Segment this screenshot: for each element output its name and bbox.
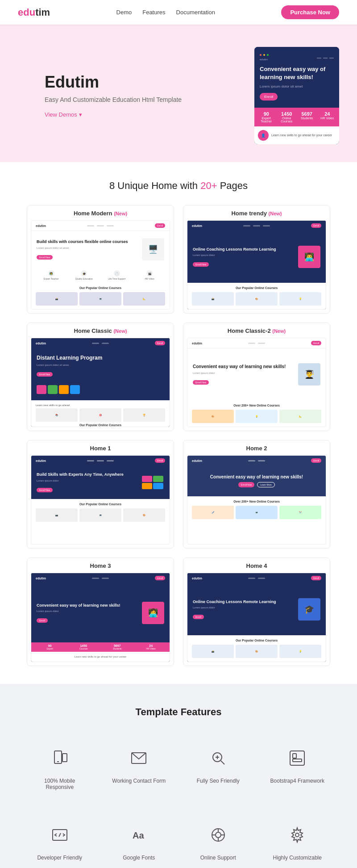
demo-preview-modern[interactable]: edutim Enroll Build skills with courses … (31, 220, 170, 310)
svg-rect-8 (290, 751, 304, 765)
feature-bootstrap: Bootstrap4 Framework (265, 736, 331, 799)
demo-preview-classic2[interactable]: edutim Enroll Convenient easy way of lea… (187, 338, 326, 427)
svg-line-5 (221, 761, 224, 764)
mobile-responsive-icon (46, 745, 73, 772)
hero-bottom-text: Learn new skills to go ahead for your ca… (271, 133, 332, 138)
hero-preview-heading: Convenient easy way of learning new skil… (260, 65, 334, 81)
feature-support-label: Online Support (190, 855, 247, 861)
developer-icon (46, 822, 73, 848)
demo-card-trendy: Home trendy (New) edutim Enroll Online C… (183, 205, 330, 314)
demo-card-classic2: Home Classic-2 (New) edutim Enroll Conve… (183, 323, 330, 431)
feature-fonts-label: Google Fonts (111, 855, 168, 861)
feature-support: Online Support (185, 813, 251, 868)
nav-link-features[interactable]: Features (142, 9, 165, 16)
demo-preview-home3[interactable]: edutim Enroll Convenient easy way of lea… (31, 573, 170, 662)
feature-mobile: 100% Mobile Responsive (27, 736, 93, 799)
feature-contact-label: Working Contact Form (111, 778, 168, 784)
avatar: 👤 (258, 130, 269, 141)
demo-preview-home2[interactable]: edutim Enroll Convenient easy way of lea… (187, 455, 326, 545)
demo-title-home4: Home 4 (183, 558, 330, 573)
hero-text: Edutim Easy And Customizable Education H… (45, 73, 237, 118)
svg-point-15 (216, 832, 221, 838)
template-features-section: Template Features 100% Mobile Responsive… (0, 684, 357, 868)
google-fonts-icon: Aa (125, 822, 152, 848)
preview-nav: edutim Enroll (31, 221, 170, 231)
demos-section-title: 8 Unique Home with 20+ Pages (0, 162, 357, 205)
view-demos-link[interactable]: View Demos ▾ (45, 111, 82, 118)
unique-suffix: Pages (217, 180, 248, 191)
svg-point-20 (295, 833, 299, 837)
demo-card-classic: Home Classic (New) edutim Enroll Distant… (27, 323, 174, 431)
svg-rect-10 (293, 759, 302, 762)
hero-preview-top: edutim Convenient easy way of learning n… (254, 47, 339, 108)
customizable-icon (284, 822, 311, 848)
bootstrap-icon (284, 745, 311, 772)
feature-seo-label: Fully Seo Friendly (190, 778, 247, 784)
contact-form-icon (125, 745, 152, 772)
demo-card-home4: Home 4 edutim Enroll Online Coaching Les… (183, 558, 330, 666)
features-grid: 100% Mobile Responsive Working Contact F… (27, 736, 330, 868)
demo-title-classic2: Home Classic-2 (New) (183, 323, 330, 338)
demo-title-trendy: Home trendy (New) (183, 205, 330, 220)
feature-mobile-label: 100% Mobile Responsive (31, 778, 88, 790)
demo-card-modern: Home Modern (New) edutim Enroll Build sk… (27, 205, 174, 314)
demo-preview-trendy[interactable]: edutim Enroll Online Coaching Lessons Re… (187, 220, 326, 310)
demos-grid: Home Modern (New) edutim Enroll Build sk… (0, 205, 357, 684)
feature-customizable: Highly Customizable (265, 813, 331, 868)
hero-stat-students: 5697 Students (297, 111, 317, 123)
feature-bootstrap-label: Bootstrap4 Framework (269, 778, 326, 784)
feature-developer: Developer Friendly (27, 813, 93, 868)
hero-title: Edutim (45, 73, 237, 92)
demo-preview-home1[interactable]: edutim Enroll Build Skills with Experts … (31, 455, 170, 545)
hero-stat-teachers: 90 Expert Teacher (256, 111, 277, 123)
demo-title-classic: Home Classic (New) (27, 323, 174, 338)
logo: edutim (18, 7, 50, 18)
unique-prefix: 8 Unique Home with (109, 180, 200, 191)
svg-rect-9 (293, 754, 296, 758)
nav-link-documentation[interactable]: Documentation (176, 9, 215, 16)
hero-stat-courses: 1450 Online Courses (277, 111, 297, 123)
feature-seo: Fully Seo Friendly (185, 736, 251, 799)
preview-nav-dark: edutim Enroll (187, 221, 326, 231)
template-features-title: Template Features (27, 706, 330, 718)
svg-line-12 (59, 833, 61, 837)
hero-preview-desc: Lorem ipsum dolor sit amet (260, 84, 334, 89)
hero-preview-bottom: 👤 Learn new skills to go ahead for your … (254, 126, 339, 144)
seo-icon (205, 745, 232, 772)
unique-highlight: 20+ (200, 180, 217, 191)
hero-stats: 90 Expert Teacher 1450 Online Courses 56… (254, 108, 339, 126)
nav-links: Demo Features Documentation (116, 9, 215, 16)
support-icon (205, 822, 232, 848)
demo-preview-classic[interactable]: edutim Enroll Distant Learning Program L… (31, 338, 170, 427)
purchase-button[interactable]: Purchase Now (281, 5, 339, 19)
hero-preview-image: edutim Convenient easy way of learning n… (254, 47, 339, 144)
logo-prefix: edu (18, 7, 35, 18)
demo-title-home2: Home 2 (183, 440, 330, 455)
svg-rect-2 (62, 754, 67, 762)
svg-text:Aa: Aa (133, 830, 144, 840)
demo-card-home3: Home 3 edutim Enroll Convenient easy way… (27, 558, 174, 666)
hero-stat-videos: 24 HR Video (317, 111, 338, 123)
hero-section: Edutim Easy And Customizable Education H… (0, 25, 357, 162)
demo-title-home3: Home 3 (27, 558, 174, 573)
feature-developer-label: Developer Friendly (31, 855, 88, 861)
feature-customizable-label: Highly Customizable (269, 855, 326, 861)
demo-title-home1: Home 1 (27, 440, 174, 455)
demo-card-home2: Home 2 edutim Enroll Convenient easy way… (183, 440, 330, 549)
demo-title-modern: Home Modern (New) (27, 205, 174, 220)
hero-subtitle: Easy And Customizable Education Html Tem… (45, 96, 237, 103)
feature-contact: Working Contact Form (106, 736, 172, 799)
hero-preview-enroll[interactable]: Enroll (260, 93, 278, 101)
demo-card-home1: Home 1 edutim Enroll Build Skills with E… (27, 440, 174, 549)
demo-preview-home4[interactable]: edutim Enroll Online Coaching Lessons Re… (187, 573, 326, 662)
feature-fonts: Aa Google Fonts (106, 813, 172, 868)
logo-suffix: tim (35, 7, 50, 18)
nav-link-demo[interactable]: Demo (116, 9, 132, 16)
navbar: edutim Demo Features Documentation Purch… (0, 0, 357, 25)
